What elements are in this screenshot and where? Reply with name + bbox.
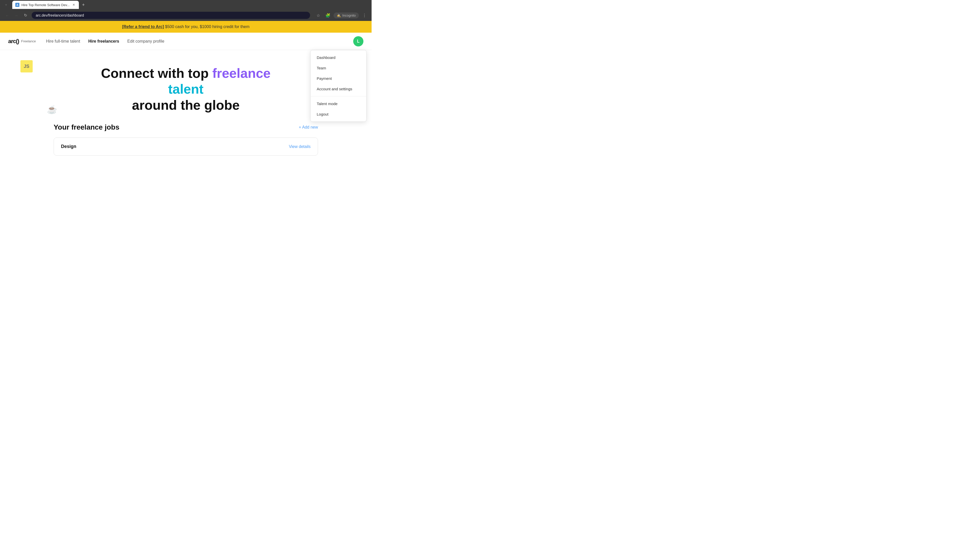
tab-favicon: A [15,3,19,7]
referral-link[interactable]: [Refer a friend to Arc] [122,24,164,29]
nav-edit-profile[interactable]: Edit company profile [127,39,164,44]
dropdown-item-dashboard[interactable]: Dashboard [310,52,366,63]
bookmark-button[interactable]: ☆ [314,11,322,19]
nav-links: Hire full-time talent Hire freelancers E… [46,39,353,44]
tab-bar: ▾ A Hire Top Remote Software Dev... ✕ + [0,0,372,10]
back-button[interactable]: ← [3,11,11,19]
hero-highlight-talent: talent [168,82,204,97]
browser-tab-active[interactable]: A Hire Top Remote Software Dev... ✕ [12,1,79,9]
hero-prefix: Connect with top [101,66,212,81]
dropdown-divider [310,96,366,97]
new-tab-button[interactable]: + [80,1,87,8]
browser-nav-controls: ▾ [2,1,10,9]
forward-button[interactable]: → [12,11,21,19]
url-text: arc.dev/freelancers/dashboard [36,13,84,17]
user-avatar[interactable]: L [353,36,363,46]
jobs-header: Your freelance jobs + Add new [54,123,318,131]
promo-banner: [Refer a friend to Arc] $500 cash for yo… [0,21,372,33]
extensions-button[interactable]: 🧩 [324,11,332,19]
jobs-title: Your freelance jobs [54,123,119,131]
dropdown-item-account-settings[interactable]: Account and settings [310,84,366,94]
incognito-icon: 🕵 [337,14,341,17]
view-details-link[interactable]: View details [289,144,310,149]
address-bar-nav: ← → ↻ [3,11,30,19]
dropdown-item-payment[interactable]: Payment [310,73,366,84]
main-nav: arc() Freelance Hire full-time talent Hi… [0,33,372,50]
add-new-label: + Add new [299,125,318,130]
incognito-badge[interactable]: 🕵 Incognito [334,13,359,18]
java-floating-icon: ☕ [46,103,58,116]
more-options-button[interactable]: ⋮ [360,11,369,19]
url-bar[interactable]: arc.dev/freelancers/dashboard [32,12,310,19]
address-bar-actions: ☆ 🧩 🕵 Incognito ⋮ [314,11,369,19]
dropdown-item-logout[interactable]: Logout [310,109,366,119]
logo-area[interactable]: arc() Freelance [8,38,36,44]
dropdown-item-team[interactable]: Team [310,63,366,73]
job-name: Design [61,144,76,149]
js-floating-icon: JS [21,60,33,73]
promo-description: $500 cash for you, $1000 hiring credit f… [164,24,249,29]
add-new-job-button[interactable]: + Add new [299,125,318,130]
incognito-label: Incognito [342,14,356,17]
tab-title: Hire Top Remote Software Dev... [21,3,70,7]
nav-hire-fulltime[interactable]: Hire full-time talent [46,39,80,44]
table-row: Design View details [54,138,318,156]
address-bar: ← → ↻ arc.dev/freelancers/dashboard ☆ 🧩 … [0,10,372,21]
nav-hire-freelancers[interactable]: Hire freelancers [88,39,119,44]
logo-text: arc() [8,38,19,44]
hero-line1: Connect with top freelance talent [101,66,271,97]
refresh-button[interactable]: ↻ [21,11,30,19]
hero-highlight-freelance: freelance [212,66,270,81]
tab-close-button[interactable]: ✕ [72,3,76,7]
user-dropdown-menu: Dashboard Team Payment Account and setti… [310,50,366,122]
dropdown-item-talent-mode[interactable]: Talent mode [310,98,366,109]
tab-history-dropdown[interactable]: ▾ [2,1,10,9]
hero-line2: around the globe [132,98,240,113]
jobs-card-container: Design View details [54,138,318,156]
browser-chrome: ▾ A Hire Top Remote Software Dev... ✕ + … [0,0,372,21]
jobs-section: Your freelance jobs + Add new Design Vie… [45,123,326,166]
logo-label: Freelance [21,39,36,43]
hero-title: Connect with top freelance talent around… [84,65,288,113]
